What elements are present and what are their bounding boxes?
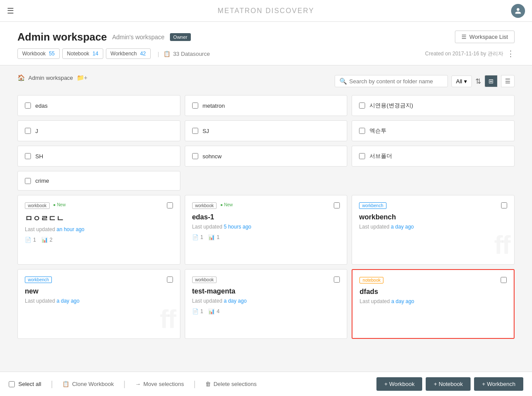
item-updated-3: Last updated a day ago [359,224,507,230]
hamburger-icon[interactable]: ☰ [7,6,14,16]
workspace-meta: Created on 2017-11-16 by 관리자 ⋮ [425,49,515,58]
folder-subfolder[interactable]: 서브폴더 [352,146,515,167]
search-row: 🔍 All ▾ ⇅ ⊞ ☰ [335,75,515,87]
list-icon: ☰ [461,34,467,40]
folder-j[interactable]: J [17,120,180,141]
datasource-info: 📋 33 Datasource [163,51,210,57]
content-grid: edas metatron 시연용(변경금지) J SJ 엑슨투 [17,95,515,339]
folder-metatron[interactable]: metatron [185,95,348,116]
item-type-notebook: notebook [359,277,383,283]
chart-icon: 📊 [208,234,215,240]
new-dot: ● New [220,202,233,207]
item-checkbox-4[interactable] [167,277,173,283]
watermark: ff [494,230,510,260]
item-card-dfads[interactable]: notebook dfads Last updated a day ago [352,269,515,339]
item-title-3: workbench [359,213,507,221]
user-avatar[interactable] [511,4,525,18]
item-title-4: new [25,287,173,295]
tab-workbench[interactable]: Workbench 42 [106,48,151,59]
watermark-2: ff [160,304,176,334]
folder-crime-checkbox[interactable] [25,178,31,184]
folder-crime[interactable]: crime [17,171,180,191]
folder-demo-checkbox[interactable] [359,102,365,109]
item-type-workbench: workbench [25,277,52,283]
item-checkbox-2[interactable] [334,202,340,208]
workspace-list-button[interactable]: ☰ Workspace List [455,31,515,43]
report-icon: 📄 [25,237,31,243]
item-card-test-magenta[interactable]: workbook test-magenta Last updated a day… [185,269,348,339]
folder-demo[interactable]: 시연용(변경금지) [352,95,515,116]
grid-view-button[interactable]: ⊞ [485,75,498,87]
workspace-header: Admin workspace Admin's workspace Owner … [0,22,532,65]
folder-edas[interactable]: edas [17,95,180,116]
chevron-down-icon: ▾ [464,78,467,85]
workspace-subtitle: Admin's workspace [112,34,164,41]
folder-j-checkbox[interactable] [25,128,31,134]
item-updated-4: Last updated a day ago [25,298,173,304]
datasource-icon: 📋 [163,51,170,57]
item-card-workbench[interactable]: workbench workbench Last updated a day a… [352,195,515,265]
item-card-korean[interactable]: workbook ● New ㅁㅇㄹㄷㄴ Last updated an hou… [17,195,180,265]
folder-sohncw-checkbox[interactable] [192,153,198,159]
tab-workbook[interactable]: Workbook 55 [17,48,60,59]
filter-dropdown[interactable]: All ▾ [451,75,472,87]
item-title-5: test-magenta [192,287,340,295]
breadcrumb: 🏠 Admin workspace 📁+ [17,74,88,81]
item-updated-1: Last updated an hour ago [25,226,173,232]
item-checkbox-5[interactable] [334,277,340,283]
folder-sj[interactable]: SJ [185,120,348,141]
item-checkbox-6[interactable] [501,277,507,283]
folder-edas-checkbox[interactable] [25,102,31,109]
item-title-2: edas-1 [192,213,340,221]
app-header: ☰ METATRON DISCOVERY [0,0,532,22]
item-updated-6: Last updated a day ago [359,298,507,304]
breadcrumb-path: Admin workspace [28,75,73,81]
item-updated-5: Last updated a day ago [192,298,340,304]
folder-exxon-checkbox[interactable] [359,128,365,134]
title-main: METATRON [218,7,263,14]
folder-metatron-checkbox[interactable] [192,102,198,109]
main-content: 🏠 Admin workspace 📁+ 🔍 All ▾ ⇅ ⊞ ☰ edas [0,65,532,361]
app-title: METATRON DISCOVERY [218,7,315,15]
search-box: 🔍 [335,75,448,87]
item-title-6: dfads [359,288,507,296]
item-updated-2: Last updated 5 hours ago [192,224,340,230]
sort-icon[interactable]: ⇅ [475,77,481,85]
item-footer-5: 📄 1 📊 4 [192,304,340,314]
item-footer-2: 📄 1 📊 1 [192,230,340,240]
folder-sj-checkbox[interactable] [192,128,198,134]
item-type-workbook: workbook [25,202,50,209]
list-view-button[interactable]: ☰ [501,75,515,87]
footer-report-icon: 📄 1 [25,237,36,243]
item-card-new[interactable]: workbench new Last updated a day ago ff [17,269,180,339]
chart-icon: 📊 [41,237,48,243]
item-card-edas1[interactable]: workbook ● New edas-1 Last updated 5 hou… [185,195,348,265]
owner-badge: Owner [170,33,191,41]
more-icon[interactable]: ⋮ [507,49,515,58]
search-icon: 🔍 [339,78,347,85]
item-footer-1: 📄 1 📊 2 [25,232,173,243]
workspace-title: Admin workspace [17,31,107,43]
footer-chart-icon: 📊 2 [41,237,53,243]
search-input[interactable] [349,78,443,85]
chart-icon: 📊 [208,308,215,314]
item-checkbox-1[interactable] [167,202,173,208]
new-dot: ● New [53,202,66,207]
report-icon: 📄 [192,308,199,314]
folder-sohncw[interactable]: sohncw [185,146,348,167]
item-title-1: ㅁㅇㄹㄷㄴ [25,213,173,224]
add-folder-icon[interactable]: 📁+ [77,74,88,81]
folder-subfolder-checkbox[interactable] [359,153,365,159]
home-icon: 🏠 [17,74,25,81]
item-checkbox-3[interactable] [501,202,507,208]
folder-sh-checkbox[interactable] [25,153,31,159]
item-type-workbook: workbook [192,202,217,209]
top-bar: 🏠 Admin workspace 📁+ 🔍 All ▾ ⇅ ⊞ ☰ [17,74,515,88]
report-icon: 📄 [192,234,199,240]
folder-sh[interactable]: SH [17,146,180,167]
item-type-workbook: workbook [192,277,217,283]
tab-notebook[interactable]: Notebook 14 [62,48,103,59]
title-accent: DISCOVERY [263,7,314,14]
folder-exxon[interactable]: 엑슨투 [352,120,515,141]
item-type-workbench: workbench [359,202,386,209]
